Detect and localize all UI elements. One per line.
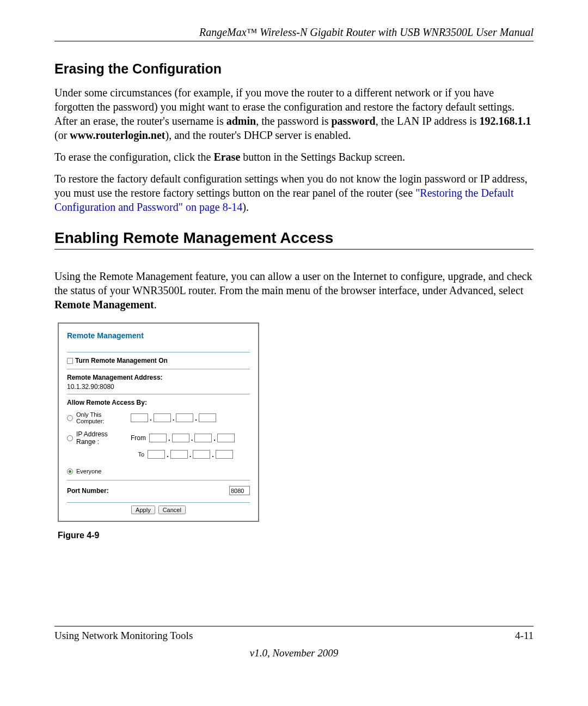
ip-octet-input[interactable] [194, 434, 212, 442]
radio-ip-range[interactable] [67, 435, 73, 441]
ip-octet-input[interactable] [149, 434, 167, 442]
ip-octet-input[interactable] [172, 434, 189, 442]
ip-input-group-from: . . . [149, 434, 235, 442]
ip-octet-input[interactable] [193, 450, 210, 459]
ip-octet-input[interactable] [217, 434, 235, 442]
radio-label: Only This Computer: [76, 411, 127, 424]
text-bold-url: www.routerlogin.net [70, 129, 165, 141]
apply-button[interactable]: Apply [131, 506, 155, 514]
ip-octet-input[interactable] [148, 450, 165, 459]
radio-row-only-this: Only This Computer: . . . [67, 409, 250, 427]
ip-range-section: IP Address Range : From . . . To . . . [67, 430, 250, 459]
cancel-button[interactable]: Cancel [158, 506, 186, 514]
footer-page-number: 4-11 [515, 630, 534, 642]
paragraph-erasing-1: Under some circumstances (for example, i… [54, 86, 534, 142]
document-header: RangeMax™ Wireless-N Gigabit Router with… [54, 26, 534, 41]
radio-everyone[interactable] [67, 468, 73, 474]
text: (or [54, 129, 70, 141]
radio-label: Everyone [76, 468, 101, 474]
allow-access-label: Allow Remote Access By: [67, 399, 250, 406]
from-label: From [130, 434, 146, 442]
divider [67, 352, 250, 352]
ip-octet-input[interactable] [176, 413, 193, 422]
ip-octet-input[interactable] [199, 413, 216, 422]
port-label: Port Number: [67, 487, 109, 495]
paragraph-erasing-3: To restore the factory default configura… [54, 172, 534, 214]
address-label: Remote Management Address: [67, 374, 250, 381]
text-bold-password: password [332, 115, 376, 127]
address-value: 10.1.32.90:8080 [67, 383, 250, 391]
panel-title: Remote Management [67, 331, 250, 340]
divider [67, 480, 250, 480]
checkbox-label: Turn Remote Management On [75, 357, 168, 364]
port-number-input[interactable] [229, 486, 250, 495]
text: , the password is [256, 115, 331, 127]
section-heading-erasing: Erasing the Configuration [54, 61, 534, 77]
ip-input-group-to: . . . [148, 450, 233, 459]
text: ). [242, 201, 249, 213]
text: , the LAN IP address is [376, 115, 480, 127]
radio-row-everyone: Everyone [67, 465, 250, 477]
radio-only-this-computer[interactable] [67, 415, 73, 421]
divider [67, 394, 250, 394]
ip-octet-input[interactable] [216, 450, 233, 459]
ip-octet-input[interactable] [131, 413, 148, 422]
divider [67, 502, 250, 503]
divider [67, 369, 250, 369]
ip-octet-input[interactable] [170, 450, 188, 459]
text: button in the Settings Backup screen. [240, 151, 405, 163]
figure-caption: Figure 4-9 [58, 531, 534, 540]
section-heading-enabling: Enabling Remote Management Access [54, 229, 534, 249]
page-footer: Using Network Monitoring Tools 4-11 v1.0… [54, 626, 534, 659]
checkbox-turn-on[interactable] [67, 358, 73, 364]
text: Using the Remote Management feature, you… [54, 270, 532, 296]
embedded-screenshot: Remote Management Turn Remote Management… [58, 322, 259, 522]
footer-chapter: Using Network Monitoring Tools [54, 630, 193, 642]
paragraph-erasing-2: To erase the configuration, click the Er… [54, 150, 534, 164]
text: ), and the router's DHCP server is enabl… [166, 129, 351, 141]
text-bold-erase: Erase [213, 151, 240, 163]
text-bold-remote-mgmt: Remote Management [54, 299, 154, 311]
paragraph-enabling-1: Using the Remote Management feature, you… [54, 269, 534, 312]
footer-version: v1.0, November 2009 [54, 647, 534, 659]
text: . [154, 299, 157, 311]
radio-label: IP Address Range : [76, 430, 126, 446]
ip-octet-input[interactable] [154, 413, 171, 422]
to-label: To [67, 451, 144, 458]
text-bold-ip: 192.168.1.1 [480, 115, 531, 127]
text: To erase the configuration, click the [54, 151, 213, 163]
text-bold-admin: admin [226, 115, 256, 127]
ip-input-group: . . . [131, 413, 216, 422]
